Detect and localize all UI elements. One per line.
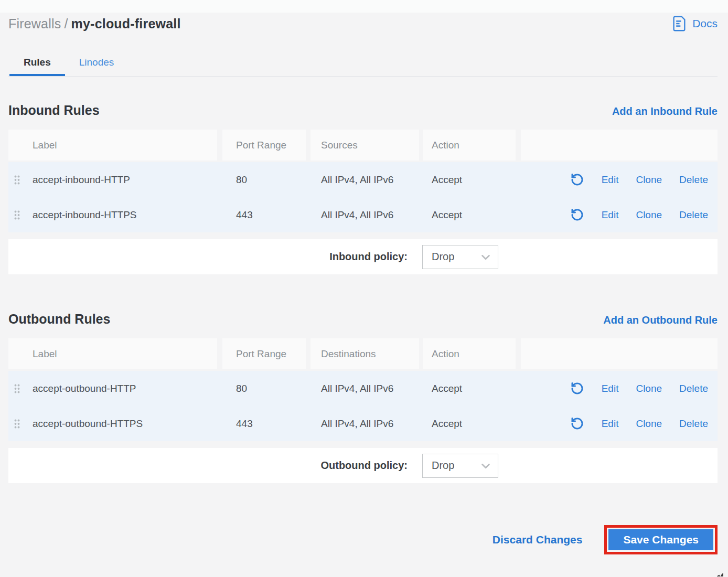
breadcrumb: Firewalls/my-cloud-firewall	[8, 16, 181, 31]
topbar: Firewalls/my-cloud-firewall Docs	[8, 16, 718, 31]
table-row: accept-outbound-HTTPS 443 All IPv4, All …	[8, 406, 718, 441]
outbound-policy-value: Drop	[432, 460, 454, 472]
inbound-policy-row: Inbound policy: Drop	[8, 239, 718, 274]
inbound-rows: accept-inbound-HTTP 80 All IPv4, All IPv…	[8, 162, 718, 232]
outbound-col-label: Label	[8, 338, 217, 369]
rule-label: accept-outbound-HTTP	[33, 383, 136, 394]
drag-handle-icon[interactable]	[14, 383, 20, 393]
inbound-col-port: Port Range	[222, 130, 306, 161]
inbound-col-sources: Sources	[311, 130, 419, 161]
chevron-down-icon	[479, 250, 493, 264]
table-row: accept-inbound-HTTP 80 All IPv4, All IPv…	[8, 162, 718, 197]
outbound-rules-title: Outbound Rules	[8, 312, 110, 327]
drag-handle-icon[interactable]	[14, 419, 20, 429]
inbound-col-action: Action	[423, 130, 516, 161]
undo-icon[interactable]	[570, 416, 584, 431]
inbound-policy-select[interactable]: Drop	[422, 245, 498, 269]
outbound-rows: accept-outbound-HTTP 80 All IPv4, All IP…	[8, 371, 718, 441]
cursor-artifact	[717, 572, 723, 576]
rule-label: accept-inbound-HTTP	[33, 174, 130, 185]
docs-icon	[672, 16, 687, 31]
drag-handle-icon[interactable]	[14, 175, 20, 185]
clone-button[interactable]: Clone	[636, 209, 662, 221]
inbound-section-head: Inbound Rules Add an Inbound Rule	[8, 103, 718, 118]
docs-link-label: Docs	[692, 17, 718, 30]
rule-port: 443	[236, 418, 321, 430]
outbound-table-header: Label Port Range Destinations Action	[8, 338, 718, 369]
rule-label: accept-outbound-HTTPS	[33, 418, 143, 429]
clone-button[interactable]: Clone	[636, 174, 662, 186]
rule-port: 80	[236, 174, 321, 186]
outbound-policy-label: Outbound policy:	[320, 460, 408, 472]
edit-button[interactable]: Edit	[602, 418, 619, 430]
inbound-rules-title: Inbound Rules	[8, 103, 100, 118]
table-row: accept-inbound-HTTPS 443 All IPv4, All I…	[8, 197, 718, 232]
delete-button[interactable]: Delete	[679, 209, 708, 221]
outbound-col-actions-spacer	[521, 338, 718, 369]
add-outbound-rule-button[interactable]: Add an Outbound Rule	[603, 314, 718, 326]
outbound-col-destinations: Destinations	[311, 338, 419, 369]
breadcrumb-firewalls-link[interactable]: Firewalls	[8, 16, 61, 31]
undo-icon[interactable]	[570, 381, 584, 396]
clone-button[interactable]: Clone	[636, 383, 662, 394]
save-button-highlight: Save Changes	[604, 525, 718, 554]
rule-action: Accept	[432, 174, 526, 186]
page-title: my-cloud-firewall	[71, 16, 181, 31]
rule-action: Accept	[432, 418, 526, 430]
inbound-col-actions-spacer	[521, 130, 718, 161]
breadcrumb-separator: /	[64, 16, 68, 31]
inbound-table-header: Label Port Range Sources Action	[8, 130, 718, 161]
inbound-col-label: Label	[8, 130, 217, 161]
rule-destinations: All IPv4, All IPv6	[321, 383, 432, 394]
save-changes-button[interactable]: Save Changes	[608, 529, 713, 550]
inbound-policy-label: Inbound policy:	[329, 251, 408, 263]
delete-button[interactable]: Delete	[679, 383, 708, 394]
delete-button[interactable]: Delete	[679, 418, 708, 430]
outbound-col-port: Port Range	[222, 338, 306, 369]
drag-handle-icon[interactable]	[14, 210, 20, 220]
clone-button[interactable]: Clone	[636, 418, 662, 430]
undo-icon[interactable]	[570, 208, 584, 222]
rule-destinations: All IPv4, All IPv6	[321, 418, 432, 430]
docs-link[interactable]: Docs	[672, 16, 718, 31]
discard-changes-button[interactable]: Discard Changes	[493, 533, 583, 546]
add-inbound-rule-button[interactable]: Add an Inbound Rule	[612, 105, 718, 117]
outbound-col-action: Action	[423, 338, 516, 369]
tab-bar: Rules Linodes	[8, 54, 718, 77]
tab-linodes[interactable]: Linodes	[65, 54, 129, 76]
firewall-detail-page: Firewalls/my-cloud-firewall Docs Rules L…	[0, 0, 728, 554]
chevron-down-icon	[479, 459, 493, 473]
edit-button[interactable]: Edit	[602, 383, 619, 394]
rule-port: 443	[236, 209, 321, 221]
outbound-section-head: Outbound Rules Add an Outbound Rule	[8, 312, 718, 327]
undo-icon[interactable]	[570, 173, 584, 187]
edit-button[interactable]: Edit	[602, 209, 619, 221]
edit-button[interactable]: Edit	[602, 174, 619, 186]
delete-button[interactable]: Delete	[679, 174, 708, 186]
rule-sources: All IPv4, All IPv6	[321, 174, 432, 186]
inbound-policy-value: Drop	[432, 251, 454, 263]
table-row: accept-outbound-HTTP 80 All IPv4, All IP…	[8, 371, 718, 406]
outbound-policy-row: Outbound policy: Drop	[8, 448, 718, 483]
tab-rules[interactable]: Rules	[9, 54, 65, 76]
rule-action: Accept	[432, 383, 526, 394]
footer-actions: Discard Changes Save Changes	[8, 525, 718, 554]
outbound-policy-select[interactable]: Drop	[422, 454, 498, 478]
rule-label: accept-inbound-HTTPS	[33, 209, 137, 220]
rule-action: Accept	[432, 209, 526, 221]
rule-port: 80	[236, 383, 321, 394]
rule-sources: All IPv4, All IPv6	[321, 209, 432, 221]
